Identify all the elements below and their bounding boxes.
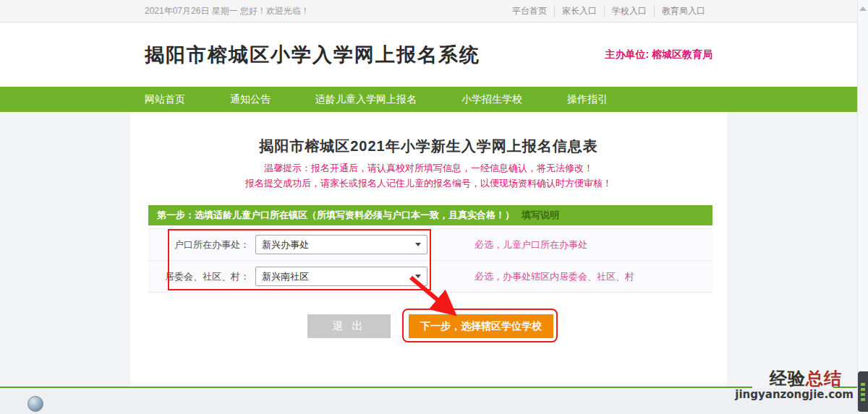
widget-dot-icon: [861, 398, 865, 401]
main-content-card: 揭阳市榕城区2021年小学新生入学网上报名信息表 温馨提示：报名开通后，请认真校…: [130, 112, 727, 387]
nav-item-enrolling-schools[interactable]: 小学招生学校: [461, 93, 522, 106]
watermark: 经验总结 jingyanzongjie.com: [735, 369, 854, 401]
warning-tips: 温馨提示：报名开通后，请认真校对所填写信息，一经信息确认，将无法修改！ 报名提交…: [130, 160, 727, 191]
link-school-entry[interactable]: 学校入口: [605, 5, 655, 17]
office-select-value: 新兴办事处: [262, 238, 309, 251]
header: 揭阳市榕城区小学入学网上报名系统 主办单位: 榕城区教育局: [0, 23, 868, 87]
community-select-value: 新兴南社区: [262, 270, 309, 283]
exit-button[interactable]: 退 出: [307, 314, 391, 338]
watermark-brand-red: 总结: [806, 368, 842, 389]
topbar-links: 平台首页 家长入口 学校入口 教育局入口: [505, 5, 712, 17]
step-one-bar: 第一步：选填适龄儿童户口所在镇区（所填写资料必须与户口本一致，且真实合格！） 填…: [148, 205, 712, 225]
nav-item-notices[interactable]: 通知公告: [230, 93, 271, 106]
office-select-label: 户口所在办事处：: [148, 238, 250, 251]
tip-line-2: 报名提交成功后，请家长或报名人记住儿童的报名编号，以便现场资料确认时方便审核！: [130, 176, 727, 191]
widget-dot-icon: [861, 393, 865, 396]
nav-item-online-registration[interactable]: 适龄儿童入学网上报名: [315, 93, 417, 106]
topbar: 2021年07月26日 星期一 您好！欢迎光临！ 平台首页 家长入口 学校入口 …: [0, 0, 868, 22]
nav-item-guide[interactable]: 操作指引: [567, 93, 608, 106]
form-title: 揭阳市榕城区2021年小学新生入学网上报名信息表: [130, 137, 727, 156]
scrollbar[interactable]: [857, 0, 868, 414]
date-greeting-text: 2021年07月26日 星期一 您好！欢迎光临！: [145, 5, 310, 17]
next-step-button[interactable]: 下一步，选择辖区学位学校: [409, 314, 553, 338]
community-select-label: 居委会、社区、村：: [148, 270, 250, 283]
office-select[interactable]: 新兴办事处: [255, 235, 427, 254]
watermark-domain: jingyanzongjie.com: [735, 389, 854, 401]
chevron-down-icon: [415, 243, 421, 246]
table-row: 居委会、社区、村： 新兴南社区 必选，办事处辖区内居委会、社区、村: [148, 261, 712, 293]
scroll-up-icon[interactable]: [859, 7, 867, 11]
community-select[interactable]: 新兴南社区: [255, 267, 427, 286]
widget-dot-icon: [861, 383, 865, 386]
sponsor-text: 主办单位: 榕城区教育局: [605, 48, 712, 61]
chevron-down-icon: [415, 275, 421, 278]
community-select-hint: 必选，办事处辖区内居委会、社区、村: [475, 270, 634, 283]
tip-line-1: 温馨提示：报名开通后，请认真校对所填写信息，一经信息确认，将无法修改！: [130, 160, 727, 176]
step-one-text: 第一步：选填适龄儿童户口所在镇区（所填写资料必须与户口本一致，且真实合格！）: [157, 209, 514, 222]
fill-instructions-link[interactable]: 填写说明: [522, 209, 559, 222]
office-select-hint: 必选，儿童户口所在办事处: [475, 238, 587, 251]
table-row: 户口所在办事处： 新兴办事处 必选，儿童户口所在办事处: [148, 229, 712, 261]
link-edu-bureau-entry[interactable]: 教育局入口: [655, 5, 712, 17]
widget-dot-icon: [861, 388, 865, 391]
form-rows: 户口所在办事处： 新兴办事处 必选，儿童户口所在办事处 居委会、社区、村： 新兴…: [148, 228, 712, 293]
link-parent-entry[interactable]: 家长入口: [555, 5, 605, 17]
main-nav: 网站首页 通知公告 适龄儿童入学网上报名 小学招生学校 操作指引: [0, 87, 868, 112]
site-title: 揭阳市榕城区小学入学网上报名系统: [145, 42, 480, 68]
side-toolbar-widget[interactable]: [858, 371, 868, 412]
floating-sphere-icon[interactable]: [27, 396, 43, 412]
watermark-brand-black: 经验: [770, 368, 806, 389]
link-platform-home[interactable]: 平台首页: [505, 5, 555, 17]
nav-item-home[interactable]: 网站首页: [145, 93, 185, 106]
watermark-brand: 经验总结: [735, 369, 842, 389]
footer-divider: [0, 387, 752, 388]
